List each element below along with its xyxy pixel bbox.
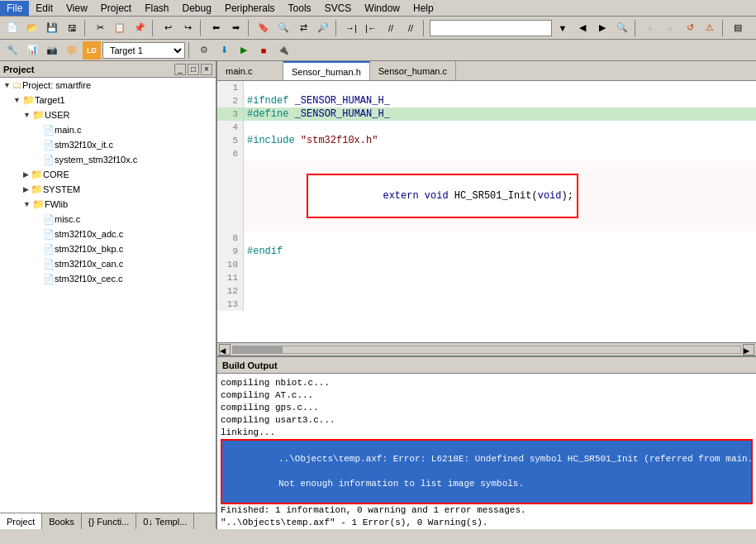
menu-view[interactable]: View bbox=[59, 1, 94, 16]
run-btn[interactable]: ▶ bbox=[235, 41, 253, 60]
tree-can[interactable]: 📄 stm32f10x_can.c bbox=[0, 256, 216, 271]
open-btn[interactable]: 📂 bbox=[23, 19, 41, 37]
msg-prev-btn[interactable]: ◀ bbox=[573, 19, 592, 37]
tree-bkp[interactable]: 📄 stm32f10x_bkp.c bbox=[0, 241, 216, 256]
message-input[interactable]: Message(2 bbox=[430, 20, 552, 36]
h-scrollbar[interactable]: ◀ ▶ bbox=[217, 342, 756, 356]
new-btn[interactable]: 📄 bbox=[3, 19, 21, 37]
line-num-6: 6 bbox=[217, 147, 244, 160]
build-output-content[interactable]: compiling nbiot.c... compiling AT.c... c… bbox=[217, 374, 756, 529]
menu-window[interactable]: Window bbox=[358, 1, 407, 16]
menu-debug[interactable]: Debug bbox=[176, 1, 218, 16]
tab-sensor-human-c[interactable]: Sensor_human.c bbox=[370, 61, 456, 81]
msg-dropdown-btn[interactable]: ▼ bbox=[554, 19, 572, 37]
menu-flash[interactable]: Flash bbox=[138, 1, 175, 16]
code-line-5: 5 #include "stm32f10x.h" bbox=[217, 134, 756, 147]
circle1-btn[interactable]: ● bbox=[641, 19, 659, 37]
menu-edit[interactable]: Edit bbox=[29, 1, 59, 16]
tb2-2[interactable]: 📊 bbox=[23, 41, 41, 60]
copy-btn[interactable]: 📋 bbox=[111, 19, 129, 37]
bottom-tab-project[interactable]: Project bbox=[0, 513, 42, 529]
redo-btn[interactable]: ↪ bbox=[178, 19, 197, 37]
h-scroll-thumb[interactable] bbox=[233, 346, 283, 353]
tree-target1[interactable]: ▼ 📁 Target1 bbox=[0, 93, 216, 107]
project-tree[interactable]: ▼ 🗂 Project: smartfire ▼ 📁 Target1 ▼ 📁 U… bbox=[0, 78, 216, 513]
menu-file[interactable]: File bbox=[0, 1, 29, 16]
bottom-tab-templ[interactable]: 0↓ Templ... bbox=[136, 513, 194, 529]
panel-minimize-btn[interactable]: _ bbox=[174, 64, 186, 75]
panel-maximize-btn[interactable]: □ bbox=[188, 64, 199, 75]
menu-svcs[interactable]: SVCS bbox=[318, 1, 359, 16]
tree-stm32f10x-it[interactable]: 📄 stm32f10x_it.c bbox=[0, 137, 216, 152]
paste-btn[interactable]: 📌 bbox=[131, 19, 149, 37]
undo-btn[interactable]: ↩ bbox=[159, 19, 177, 37]
tree-adc[interactable]: 📄 stm32f10x_adc.c bbox=[0, 227, 216, 241]
tree-project[interactable]: ▼ 🗂 Project: smartfire bbox=[0, 78, 216, 93]
tb2-3[interactable]: 📷 bbox=[43, 41, 61, 60]
menu-project[interactable]: Project bbox=[94, 1, 138, 16]
save-btn[interactable]: 💾 bbox=[43, 19, 61, 37]
tb2-4[interactable]: 🔆 bbox=[63, 41, 81, 60]
build-btn[interactable]: ⚙ bbox=[195, 41, 213, 60]
tree-cec[interactable]: 📄 stm32f10x_cec.c bbox=[0, 271, 216, 286]
nav-fwd-btn[interactable]: ➡ bbox=[226, 19, 245, 37]
tree-system-stm32[interactable]: 📄 system_stm32f10x.c bbox=[0, 152, 216, 167]
tab-main-c[interactable]: main.c bbox=[217, 61, 283, 81]
nav-back-btn[interactable]: ⬅ bbox=[207, 19, 225, 37]
warning-btn[interactable]: ⚠ bbox=[701, 19, 719, 37]
unindent-btn[interactable]: |← bbox=[362, 19, 380, 37]
search2-btn[interactable]: 🔍 bbox=[613, 19, 631, 37]
stop-btn[interactable]: ■ bbox=[254, 41, 273, 60]
sep5 bbox=[335, 20, 339, 36]
find-btn[interactable]: 🔍 bbox=[274, 19, 292, 37]
tree-user[interactable]: ▼ 📁 USER bbox=[0, 107, 216, 122]
indent-btn[interactable]: →| bbox=[342, 19, 360, 37]
cut-btn[interactable]: ✂ bbox=[91, 19, 109, 37]
uncomment-btn[interactable]: // bbox=[402, 19, 420, 37]
tb2-1[interactable]: 🔧 bbox=[3, 41, 21, 60]
target-select[interactable]: Target 1 bbox=[102, 42, 185, 59]
tree-fwlib[interactable]: ▼ 📁 FWlib bbox=[0, 197, 216, 212]
tree-system[interactable]: ▶ 📁 SYSTEM bbox=[0, 182, 216, 197]
line-content-10 bbox=[244, 258, 247, 271]
comment-btn[interactable]: // bbox=[382, 19, 400, 37]
code-line-11: 11 bbox=[217, 271, 756, 284]
bottom-tab-books[interactable]: Books bbox=[42, 513, 82, 529]
code-line-12: 12 bbox=[217, 284, 756, 298]
line-num-7 bbox=[217, 160, 244, 231]
code-line-1: 1 bbox=[217, 81, 756, 94]
expand-system-icon: ▶ bbox=[23, 185, 29, 193]
code-line-8: 8 bbox=[217, 231, 756, 245]
menu-help[interactable]: Help bbox=[407, 1, 440, 16]
menu-tools[interactable]: Tools bbox=[282, 1, 318, 16]
code-editor[interactable]: 1 2 #ifndef _SENSOR_HUMAN_H_ 3 #define _… bbox=[217, 81, 756, 342]
system-stm32-icon: 📄 bbox=[43, 155, 55, 165]
expand-core-icon: ▶ bbox=[23, 170, 29, 179]
tb2-load[interactable]: LD bbox=[83, 41, 101, 60]
code-line-2: 2 #ifndef _SENSOR_HUMAN_H_ bbox=[217, 94, 756, 107]
bookmark-btn[interactable]: 🔖 bbox=[254, 19, 273, 37]
chip-btn[interactable]: 🔌 bbox=[274, 41, 292, 60]
bottom-tab-functi[interactable]: {} Functi... bbox=[82, 513, 137, 529]
tree-misc-c[interactable]: 📄 misc.c bbox=[0, 212, 216, 227]
line-num-5: 5 bbox=[217, 134, 244, 147]
adc-icon: 📄 bbox=[43, 229, 55, 240]
circle2-btn[interactable]: ● bbox=[661, 19, 679, 37]
panel-close-btn[interactable]: × bbox=[201, 64, 212, 75]
find2-btn[interactable]: 🔎 bbox=[314, 19, 332, 37]
tree-main-c[interactable]: 📄 main.c bbox=[0, 122, 216, 137]
tree-core[interactable]: ▶ 📁 CORE bbox=[0, 167, 216, 182]
save-all-btn[interactable]: 🖫 bbox=[63, 19, 81, 37]
h-scroll-left[interactable]: ◀ bbox=[219, 344, 231, 356]
build-error-text2: Not enough information to list image sym… bbox=[278, 479, 524, 489]
replace-btn[interactable]: ⇄ bbox=[294, 19, 312, 37]
msg-next-btn[interactable]: ▶ bbox=[593, 19, 611, 37]
bottom-tabs: Project Books {} Functi... 0↓ Templ... bbox=[0, 513, 216, 529]
build-output-header: Build Output bbox=[217, 357, 756, 374]
refresh-btn[interactable]: ↺ bbox=[681, 19, 699, 37]
menu-peripherals[interactable]: Peripherals bbox=[218, 1, 282, 16]
download-btn[interactable]: ⬇ bbox=[215, 41, 233, 60]
extra-btn[interactable]: ▤ bbox=[729, 19, 747, 37]
h-scroll-right[interactable]: ▶ bbox=[743, 344, 754, 356]
tab-sensor-human-h[interactable]: Sensor_human.h bbox=[283, 61, 370, 81]
